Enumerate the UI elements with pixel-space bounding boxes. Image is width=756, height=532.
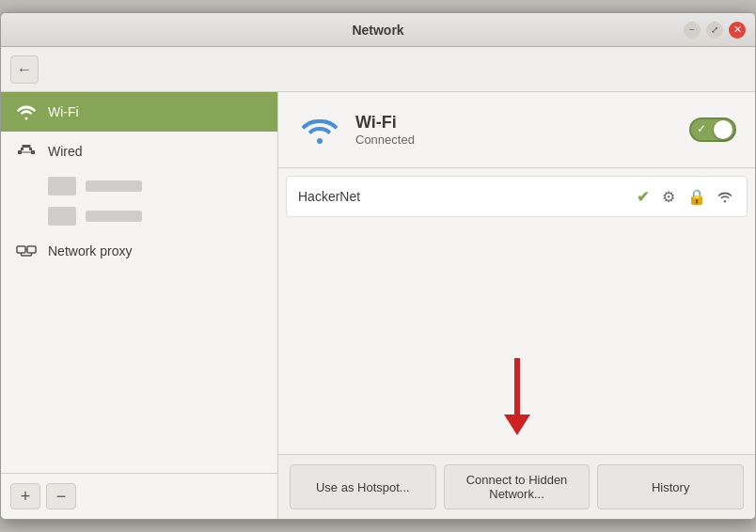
- placeholder-icon-2: [48, 207, 76, 226]
- wifi-signal-icon: [715, 186, 735, 207]
- placeholder-icon-1: [48, 177, 76, 196]
- close-button[interactable]: ✕: [729, 22, 746, 39]
- sidebar-bottom: + −: [1, 473, 277, 519]
- toggle-knob: [714, 120, 732, 139]
- window-controls: − ⤢ ✕: [684, 22, 746, 39]
- networks-list: HackerNet ✔ ⚙ 🔒: [278, 168, 755, 227]
- svg-rect-7: [27, 246, 36, 253]
- add-network-button[interactable]: +: [10, 483, 40, 509]
- restore-button[interactable]: ⤢: [706, 22, 723, 39]
- action-bar: Use as Hotspot... Connect to Hidden Netw…: [278, 454, 755, 519]
- remove-network-button[interactable]: −: [46, 483, 76, 509]
- lock-icon: 🔒: [686, 186, 707, 207]
- network-ssid: HackerNet: [298, 189, 627, 204]
- svg-rect-5: [23, 145, 31, 148]
- sidebar: Wi-Fi Wired: [1, 92, 278, 519]
- red-arrow: [504, 358, 530, 435]
- history-button[interactable]: History: [597, 464, 744, 509]
- wired-icon: [16, 141, 37, 162]
- svg-rect-2: [20, 152, 33, 153]
- placeholder-text-1: [86, 180, 142, 192]
- back-button[interactable]: ←: [10, 55, 39, 84]
- toolbar: ←: [1, 47, 755, 92]
- wifi-status-text: Connected: [355, 133, 676, 147]
- placeholder-text-2: [86, 211, 142, 222]
- sidebar-item-wifi[interactable]: Wi-Fi: [1, 92, 277, 132]
- toggle-check-icon: ✓: [697, 122, 706, 135]
- network-proxy-icon: [16, 241, 37, 261]
- titlebar: Network − ⤢ ✕: [1, 13, 755, 47]
- wifi-header: Wi-Fi Connected ✓: [278, 92, 755, 168]
- network-row[interactable]: HackerNet ✔ ⚙ 🔒: [286, 176, 748, 217]
- window-title: Network: [352, 23, 403, 38]
- network-placeholder-1: [1, 171, 277, 201]
- connect-hidden-button[interactable]: Connect to Hidden Network...: [444, 464, 591, 509]
- network-placeholder-2: [1, 201, 277, 231]
- sidebar-item-network-proxy[interactable]: Network proxy: [1, 231, 277, 271]
- use-hotspot-button[interactable]: Use as Hotspot...: [290, 464, 436, 509]
- wifi-toggle[interactable]: ✓: [689, 117, 736, 142]
- sidebar-item-wired[interactable]: Wired: [1, 132, 277, 171]
- content-area: Wi-Fi Wired: [1, 92, 755, 519]
- wifi-icon: [16, 102, 37, 122]
- arrow-shaft: [514, 358, 520, 415]
- main-panel: Wi-Fi Connected ✓ HackerNet ✔ ⚙ 🔒: [278, 92, 755, 519]
- minimize-button[interactable]: −: [684, 22, 701, 39]
- wifi-info: Wi-Fi Connected: [355, 113, 676, 147]
- wifi-large-icon: [297, 107, 342, 152]
- svg-rect-6: [17, 246, 25, 253]
- wifi-title: Wi-Fi: [355, 113, 676, 133]
- main-window: Network − ⤢ ✕ ← Wi-Fi: [0, 12, 756, 520]
- sidebar-wired-label: Wired: [48, 144, 83, 159]
- sidebar-wifi-label: Wi-Fi: [48, 104, 79, 119]
- arrow-head: [504, 415, 530, 435]
- svg-rect-3: [21, 148, 24, 150]
- sidebar-proxy-label: Network proxy: [48, 243, 132, 258]
- settings-icon[interactable]: ⚙: [658, 186, 679, 207]
- connected-check-icon: ✔: [637, 188, 649, 206]
- network-row-icons: ⚙ 🔒: [658, 186, 735, 207]
- svg-rect-4: [29, 148, 32, 150]
